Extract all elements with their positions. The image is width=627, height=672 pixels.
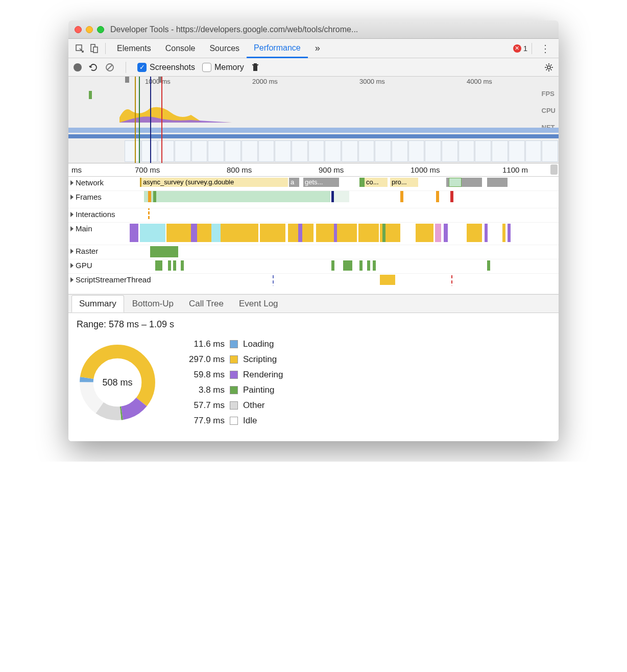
minimize-icon[interactable] [86,26,93,33]
frame-bar[interactable] [400,191,403,202]
flame-bar[interactable] [334,224,337,242]
tab-sources[interactable]: Sources [202,39,247,58]
trash-icon[interactable] [251,63,259,72]
disclosure-icon[interactable] [70,180,74,185]
track-scriptstreamer[interactable]: ScriptStreamerThread [68,274,559,294]
flame-bar[interactable] [508,224,511,242]
flame-bar[interactable] [260,224,285,242]
legend-row: 297.0 msScripting [179,354,283,365]
legend-value: 297.0 ms [179,354,225,365]
zoom-icon[interactable] [97,26,104,33]
frame-bar[interactable] [153,191,156,202]
reload-icon[interactable] [89,63,98,72]
network-bar[interactable]: a [289,178,299,187]
overview-pane[interactable]: 1000 ms 2000 ms 3000 ms 4000 ms FPS CPU … [68,77,559,163]
fps-bar [89,91,92,99]
tab-performance[interactable]: Performance [247,39,308,58]
gpu-bar[interactable] [173,260,176,271]
disclosure-icon[interactable] [70,195,74,200]
legend-row: 3.8 msPainting [179,385,283,395]
frame-marker[interactable] [450,191,453,202]
track-network[interactable]: Network async_survey (survey.g.double a … [68,177,559,191]
disclosure-icon[interactable] [70,249,74,254]
screenshots-checkbox[interactable]: ✓ Screenshots [137,63,195,72]
kebab-icon[interactable]: ⋮ [536,42,554,55]
record-button[interactable] [74,63,82,71]
traffic-lights [75,26,104,33]
donut-total: 508 ms [102,377,132,388]
network-bar[interactable] [449,178,462,187]
tab-more[interactable]: » [308,39,327,58]
gpu-bar[interactable] [168,260,171,271]
track-raster[interactable]: Raster [68,245,559,259]
scrollbar-thumb[interactable] [550,164,558,175]
error-badge[interactable]: ✕ 1 [513,44,527,53]
clear-icon[interactable] [105,63,114,72]
legend-label: Scripting [243,354,277,365]
error-icon: ✕ [513,44,521,53]
gpu-bar[interactable] [155,260,162,271]
network-bar[interactable]: async_survey (survey.g.double [140,178,288,187]
flame-bar[interactable] [485,224,488,242]
flame-bar[interactable] [467,224,482,242]
raster-bar[interactable] [150,246,178,257]
track-gpu[interactable]: GPU [68,259,559,274]
track-frames[interactable]: Frames 603.6 ms 206.0 ms [68,191,559,208]
flame-bar[interactable] [140,224,165,242]
legend-row: 77.9 msIdle [179,416,283,426]
track-interactions[interactable]: Interactions [68,208,559,223]
gpu-bar[interactable] [181,260,184,271]
flame-bar[interactable] [416,224,433,242]
disclosure-icon[interactable] [70,212,74,217]
flame-bar[interactable] [298,224,302,242]
frame-bar[interactable] [436,191,439,202]
frame-bar[interactable] [144,191,330,202]
network-bar[interactable] [487,178,508,187]
flame-bar[interactable] [191,224,197,242]
tab-elements[interactable]: Elements [110,39,158,58]
flame-ruler[interactable]: ms 700 ms 800 ms 900 ms 1000 ms 1100 m [68,163,559,177]
memory-checkbox[interactable]: Memory [202,63,244,72]
flame-bar[interactable] [130,224,138,242]
legend-row: 11.6 msLoading [179,339,283,349]
disclosure-icon[interactable] [70,277,74,282]
tab-bottomup[interactable]: Bottom-Up [125,296,181,312]
flame-bar[interactable] [358,224,379,242]
device-icon[interactable] [87,41,101,56]
frame-bar[interactable] [334,191,349,202]
selection-handles[interactable] [127,77,160,163]
gpu-bar[interactable] [373,260,376,271]
gpu-bar[interactable] [359,260,363,271]
flame-bar[interactable] [382,224,385,242]
network-bar[interactable]: gets... [303,178,339,187]
disclosure-icon[interactable] [70,226,74,231]
gear-icon[interactable] [544,63,553,72]
legend-swatch [230,340,238,348]
legend-label: Painting [243,385,274,395]
script-bar[interactable] [380,275,395,285]
flame-bar[interactable] [444,224,448,242]
close-icon[interactable] [75,26,82,33]
tab-console[interactable]: Console [158,39,203,58]
error-count: 1 [523,44,527,53]
flame-bar[interactable] [502,224,505,242]
disclosure-icon[interactable] [70,263,74,268]
network-bar[interactable]: co... [365,178,388,187]
flame-bar[interactable] [435,224,441,242]
tab-eventlog[interactable]: Event Log [232,296,285,312]
frame-bar[interactable] [148,191,151,202]
gpu-bar[interactable] [367,260,370,271]
marker [148,208,153,221]
marker-dcl [451,274,452,286]
track-main[interactable]: Main [68,223,559,245]
tab-summary[interactable]: Summary [71,295,124,313]
network-bar[interactable] [359,178,365,187]
flame-bar[interactable] [211,224,221,242]
gpu-bar[interactable] [343,260,352,271]
tab-calltree[interactable]: Call Tree [182,296,231,312]
inspect-icon[interactable] [73,41,87,56]
gpu-bar[interactable] [487,260,490,271]
network-bar[interactable]: pro... [390,178,418,187]
gpu-bar[interactable] [331,260,334,271]
window-title: Developer Tools - https://developers.goo… [110,25,358,34]
